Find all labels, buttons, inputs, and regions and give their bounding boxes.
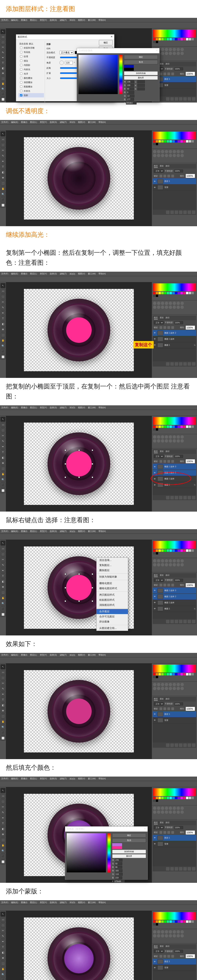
swatch[interactable] [178,292,180,294]
tool-button[interactable]: ⬛ [0,197,5,202]
swatch[interactable] [181,425,183,428]
ps-document[interactable] [24,423,134,505]
adjustment-icon[interactable] [169,150,172,153]
swatch[interactable] [170,292,172,294]
adjustment-icon[interactable] [157,559,160,563]
ls-effect-item[interactable]: 纹理 [18,54,44,59]
layer-item[interactable]: 👁背景 [153,185,196,191]
ps-canvas[interactable]: 拾色器（前景色）✕ 确定 取消 添加到色板 颜色库 H: S: [6,787,152,883]
visibility-icon[interactable]: 👁 [154,960,156,963]
adjustment-icon[interactable] [169,683,172,686]
menubar-item[interactable]: 窗口(W) [88,406,96,409]
swatch[interactable] [181,38,183,40]
adjustment-icon[interactable] [153,930,156,934]
ps-menubar[interactable]: 文件(F)编辑(E)图像(I)图层(L)类型(Y)选择(S)滤镜(T)3D(D)… [0,18,197,22]
adjustment-icon[interactable] [176,563,180,566]
layer-item[interactable]: 👁图层 1 [153,711,196,718]
swatch[interactable] [183,920,186,923]
tool-button[interactable]: ✒ [0,568,5,573]
fx-badge[interactable]: fx [194,608,195,610]
tool-button[interactable]: ✥ [0,327,5,332]
swatch[interactable] [178,549,180,552]
tool-button[interactable]: ◧ [0,66,5,70]
tool-button[interactable]: ↖ [0,131,5,137]
fx-icon[interactable] [170,97,174,101]
adjustment-icon[interactable] [169,934,172,937]
tool-button[interactable]: ⬚ [0,466,5,471]
ps-canvas[interactable]: 图层样式✕ 混合选项: 默认斜面和浮雕等高线纹理描边内阴影内发光光泽颜色叠加渐变… [6,29,152,102]
menubar-item[interactable]: 滤镜(T) [60,530,67,533]
opacity-field[interactable] [175,170,183,172]
cp-bch-field[interactable] [127,98,134,101]
layers-tab[interactable]: 路径 [166,698,170,701]
menubar-item[interactable]: 滤镜(T) [60,121,67,124]
trash-icon[interactable] [192,210,195,214]
ls-effect-checkbox[interactable] [20,60,22,62]
tool-button[interactable]: ↖ [0,912,5,917]
swatch[interactable] [192,920,194,923]
ls-effect-item[interactable]: 描边 [18,59,44,63]
tool-button[interactable]: ▭ [0,794,5,799]
layer-thumbnail[interactable] [157,337,163,341]
menubar-item[interactable]: 3D(D) [69,654,75,656]
menubar-item[interactable]: 帮助(H) [98,654,106,656]
swatch[interactable] [189,673,191,675]
layers-tab[interactable]: 路径 [166,317,170,320]
mask-icon[interactable] [175,210,178,214]
swatch[interactable] [153,140,155,143]
context-menu-item[interactable]: 栅格化图层 [96,581,128,586]
layer-name[interactable]: 图层 1 [165,713,170,716]
swatch[interactable] [164,140,167,143]
swatch[interactable] [192,673,194,675]
lock-icon[interactable] [171,460,174,463]
menubar-item[interactable]: 类型(Y) [40,19,47,22]
menubar-item[interactable]: 滤镜(T) [60,406,67,409]
adjustment-icon[interactable] [153,807,156,810]
lock-icon[interactable] [160,73,162,75]
ps-options-bar[interactable] [0,781,197,787]
swatch[interactable] [178,140,180,143]
adjustment-icon[interactable] [169,52,172,55]
menubar-item[interactable]: 文件(F) [1,777,8,780]
lock-icon[interactable] [171,175,174,177]
swatch[interactable] [153,428,155,431]
ls-effect-checkbox[interactable] [20,64,22,66]
tool-button[interactable]: ✥ [0,708,5,713]
layers-tab[interactable]: 图层 [154,165,158,168]
fill-adjust-icon[interactable] [179,743,183,747]
menubar-item[interactable]: 文件(F) [1,121,8,124]
adjustment-icon[interactable] [176,810,180,814]
lock-icon[interactable] [160,831,162,834]
adjustment-icon[interactable] [153,439,156,442]
ls-effect-checkbox[interactable] [20,68,22,70]
tool-button[interactable]: ⬜ [0,203,5,208]
cp-r-field[interactable] [115,869,122,872]
swatch[interactable] [186,140,188,143]
color-spectrum[interactable] [153,665,196,673]
swatch[interactable] [192,140,194,143]
opacity-field[interactable] [175,579,183,582]
layer-item[interactable]: 👁椭圆 1 副本 3 [153,588,196,594]
swatch[interactable] [192,425,194,428]
tool-button[interactable]: ✋ [0,338,5,343]
adjustment-icon[interactable] [181,305,184,309]
tool-button[interactable]: ✥ [0,175,5,180]
tool-button[interactable]: ✒ [0,159,5,164]
lock-icon[interactable] [167,707,170,710]
ls-effect-checkbox[interactable] [20,86,22,88]
swatch[interactable] [170,920,172,923]
adjustment-icon[interactable] [157,154,160,157]
layer-list[interactable]: 👁椭圆 1 副本 2👁椭圆 1 副本👁椭圆 1fx [153,330,196,361]
trash-icon[interactable] [192,743,195,747]
menubar-item[interactable]: 窗口(W) [88,121,96,124]
adjustment-icon[interactable] [157,934,160,937]
swatch[interactable] [164,38,167,40]
menubar-item[interactable]: 视图(V) [78,777,85,780]
layers-tab[interactable]: 通道 [160,945,163,948]
adjustment-icon[interactable] [153,810,156,814]
adjustment-icon[interactable] [181,154,184,157]
fill-adjust-icon[interactable] [179,210,183,214]
adjustment-icon[interactable] [176,52,180,55]
menubar-item[interactable]: 文件(F) [1,406,8,409]
layer-thumbnail[interactable] [157,835,163,840]
